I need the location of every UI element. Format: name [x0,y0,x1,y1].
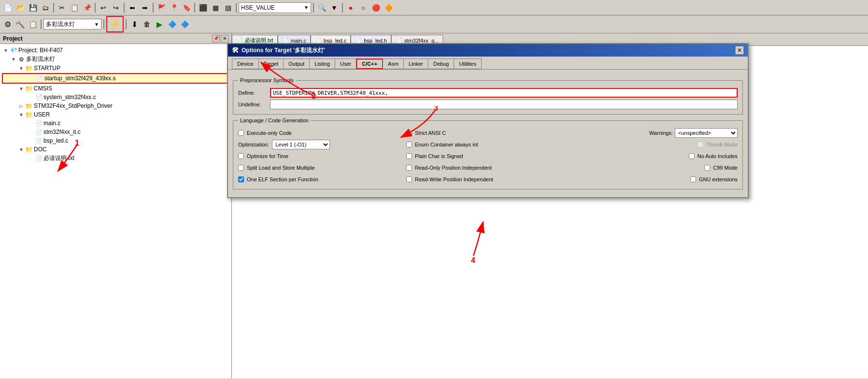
tree-stdperiph-folder[interactable]: ▷ 📁 STM32F4xx_StdPeriph_Driver [2,102,229,110]
copy-btn[interactable]: 📋 [69,2,80,14]
tree-view: ▼ 💎 Project: BH-F407 ▼ ⚙ 多彩流水灯 ▼ 📁 START… [0,44,231,379]
options-btn[interactable]: ⚡ [106,16,124,32]
tree-bspled-file[interactable]: ▷ 📄 bsp_led.c [2,136,229,145]
undo-btn[interactable]: ↩ [98,2,109,14]
expand-startup[interactable]: ▼ [17,64,25,72]
tab-cpp[interactable]: C/C++ [356,58,383,69]
no-auto-includes-checkbox[interactable] [689,153,695,159]
new-file-btn[interactable]: 📄 [2,2,14,14]
tab-asm[interactable]: Asm [383,58,404,69]
flash-erase-btn[interactable]: 🗑 [141,18,153,30]
tab-device-label: Device [237,61,254,67]
rebuild-btn[interactable]: 🔨 [14,18,26,30]
panel-pin-btn[interactable]: 📌 [212,35,220,43]
debug-start-btn[interactable]: ▶ [154,18,165,30]
opt-time-label: Optimize for Time [247,153,288,159]
paste-btn[interactable]: 📌 [81,2,93,14]
panel-close-btn[interactable]: ✕ [221,35,228,43]
plain-char-checkbox[interactable] [406,153,412,159]
tree-stm32it-file[interactable]: ▷ 📄 stm32f4xx_it.c [2,128,229,136]
read-only-row: Read-Only Position Independent [406,165,569,171]
language-fieldset: Language / Code Generation Execute-only … [233,117,743,190]
search-dropdown-btn[interactable]: ▼ [328,2,340,14]
tree-main-file[interactable]: ▷ 📄 main.c [2,119,229,128]
debug-blue-btn[interactable]: 🔷 [179,18,190,30]
tab-output[interactable]: Output [283,58,310,69]
lang-row1: Execute-only Code Strict ANSI C [238,128,738,138]
tab-utilities[interactable]: Utilities [454,58,481,69]
tree-cmsis-folder[interactable]: ▼ 📁 CMSIS [2,84,229,93]
icon-circle[interactable]: ○ [357,2,369,14]
open-file-btn[interactable]: 📂 [14,2,26,14]
icon-red1[interactable]: ● [345,2,356,14]
hse-combo[interactable]: HSE_VALUE ▼ [239,2,311,13]
icon-red2[interactable]: 🔴 [370,2,382,14]
bookmark1-btn[interactable]: 🚩 [156,2,167,14]
thumb-mode-checkbox[interactable] [697,142,703,147]
bookmark2-btn[interactable]: 📍 [168,2,180,14]
batch-btn[interactable]: 📋 [27,18,39,30]
tab-asm-label: Asm [388,61,398,67]
indent2-btn[interactable]: ▦ [210,2,221,14]
tree-startup-file[interactable]: ▷ 📄 startup_stm32f429_439xx.s [2,73,229,84]
forward-btn[interactable]: ➡ [139,2,151,14]
read-only-label: Read-Only Position Independent [415,165,492,171]
redo-btn[interactable]: ↪ [110,2,122,14]
expand-user[interactable]: ▼ [17,111,25,118]
tab-user[interactable]: User [335,58,356,69]
indent1-btn[interactable]: ⬛ [197,2,209,14]
tree-startup-folder[interactable]: ▼ 📁 STARTUP [2,64,229,73]
tree-user-folder[interactable]: ▼ 📁 USER [2,110,229,119]
enum-container-label: Enum Container always int [415,142,478,147]
save-btn[interactable]: 💾 [27,2,39,14]
startup-file-label: startup_stm32f429_439xx.s [44,75,115,82]
undefine-input[interactable] [270,100,738,109]
search-btn[interactable]: 🔍 [316,2,327,14]
expand-cmsis[interactable]: ▼ [17,85,25,92]
enum-container-checkbox[interactable] [406,142,412,147]
save-all-btn[interactable]: 🗂 [40,2,51,14]
tab-debug[interactable]: Debug [428,58,454,69]
tree-project-root[interactable]: ▼ 💎 Project: BH-F407 [2,46,229,55]
strict-ansi-checkbox[interactable] [406,130,412,136]
tab-device[interactable]: Device [232,58,259,69]
target-combo[interactable]: 多彩流水灯 ▼ [43,19,101,29]
read-only-checkbox[interactable] [406,165,412,171]
toolbar-row1: 📄 📂 💾 🗂 ✂ 📋 📌 ↩ ↪ ⬅ ➡ 🚩 📍 🔖 ⬛ ▦ ▤ HSE_VA… [0,0,868,15]
cut-btn[interactable]: ✂ [56,2,68,14]
debug-green-btn[interactable]: 🔷 [166,18,178,30]
tree-readme-file[interactable]: ▷ 📄 必读说明.txt [2,154,229,163]
tab-linker[interactable]: Linker [403,58,428,69]
expand-stdperiph[interactable]: ▷ [17,102,25,110]
back-btn[interactable]: ⬅ [127,2,138,14]
gnu-ext-checkbox[interactable] [690,176,696,182]
indent3-btn[interactable]: ▤ [222,2,234,14]
opt-time-group: Optimize for Time [238,151,401,161]
one-elf-checkbox[interactable] [238,176,244,182]
project-icon: 💎 [10,46,17,54]
tree-doc-folder[interactable]: ▼ 📁 DOC [2,145,229,154]
read-write-checkbox[interactable] [406,176,412,182]
warnings-select[interactable]: <unspecified> [675,128,738,138]
expand-multicolor[interactable]: ▼ [10,56,17,63]
execute-only-checkbox[interactable] [238,130,244,136]
define-input[interactable] [270,88,738,98]
flash-download-btn[interactable]: ⬇ [128,18,140,30]
expand-doc[interactable]: ▼ [17,146,25,153]
icon-red3[interactable]: 🔶 [383,2,394,14]
tab-target[interactable]: Target [258,58,284,69]
tree-system-file[interactable]: ▷ 📄 system_stm32f4xx.c [2,93,229,102]
optimization-group: Optimization: Level 0 (-O0)Level 1 (-O1)… [238,140,401,149]
tab-listing[interactable]: Listing [309,58,335,69]
build-btn[interactable]: ⚙ [2,18,14,30]
sep9 [41,19,42,29]
split-load-checkbox[interactable] [238,165,244,171]
opt-time-checkbox[interactable] [238,153,244,159]
dialog-close-btn[interactable]: ✕ [735,46,744,55]
optimization-select[interactable]: Level 0 (-O0)Level 1 (-O1)Level 2 (-O2)L… [272,140,330,149]
tree-multicolor[interactable]: ▼ ⚙ 多彩流水灯 [2,55,229,64]
bookmark3-btn[interactable]: 🔖 [181,2,192,14]
c99-checkbox[interactable] [704,165,710,171]
stm32it-file-label: stm32f4xx_it.c [43,129,81,135]
expand-root[interactable]: ▼ [2,46,10,54]
